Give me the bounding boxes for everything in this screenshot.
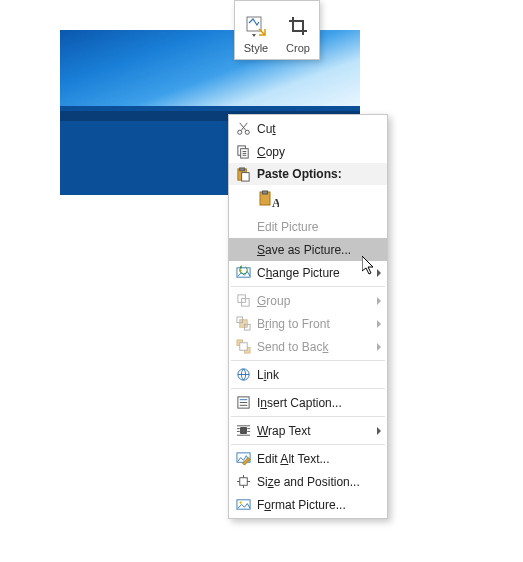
menu-send-to-back: Send to Back [229,335,387,358]
menu-group: Group [229,289,387,312]
paste-options-row: A [229,185,387,215]
svg-rect-37 [239,478,247,486]
paste-keep-text-only[interactable]: A [257,188,281,212]
menu-group-label: Group [257,294,373,308]
menu-paste-options-label: Paste Options: [257,167,381,181]
chevron-right-icon [377,269,381,277]
svg-point-43 [239,502,241,504]
menu-change-picture[interactable]: Change Picture [229,261,387,284]
menu-bring-to-front: Bring to Front [229,312,387,335]
menu-wrap-text[interactable]: Wrap Text [229,419,387,442]
menu-separator [231,388,385,389]
group-icon [229,293,257,308]
menu-copy-label: Copy [257,145,381,159]
crop-label: Crop [286,42,310,54]
bring-to-front-icon [229,316,257,331]
menu-insert-caption-label: Insert Caption... [257,396,381,410]
svg-rect-9 [239,167,244,170]
svg-rect-12 [263,191,268,194]
menu-insert-caption[interactable]: Insert Caption... [229,391,387,414]
mini-toolbar: Style Crop [234,0,320,60]
menu-separator [231,444,385,445]
menu-link[interactable]: Link [229,363,387,386]
menu-paste-options-header: Paste Options: [229,163,387,185]
menu-save-as-picture-label: Save as Picture... [257,243,381,257]
menu-copy[interactable]: Copy [229,140,387,163]
change-picture-icon [229,265,257,280]
chevron-right-icon [377,343,381,351]
menu-separator [231,360,385,361]
copy-icon [229,144,257,159]
menu-save-as-picture[interactable]: Save as Picture... [229,238,387,261]
menu-cut-label: Cut [257,122,381,136]
svg-rect-10 [241,172,249,180]
chevron-right-icon [377,297,381,305]
format-picture-icon [229,497,257,512]
svg-point-2 [245,130,249,134]
link-icon [229,367,257,382]
svg-rect-29 [240,428,246,434]
svg-rect-0 [247,17,261,31]
menu-edit-picture: Edit Picture [229,215,387,238]
menu-size-position-label: Size and Position... [257,475,381,489]
svg-text:A: A [272,196,279,210]
menu-format-picture[interactable]: Format Picture... [229,493,387,516]
menu-send-to-back-label: Send to Back [257,340,373,354]
menu-separator [231,416,385,417]
wrap-text-icon [229,423,257,438]
cut-icon [229,121,257,136]
menu-edit-picture-label: Edit Picture [257,220,381,234]
menu-bring-to-front-label: Bring to Front [257,317,373,331]
menu-separator [231,286,385,287]
paste-icon [229,167,257,182]
svg-point-1 [237,130,241,134]
style-dropdown[interactable]: Style [235,1,277,59]
menu-change-picture-label: Change Picture [257,266,373,280]
menu-size-and-position[interactable]: Size and Position... [229,470,387,493]
menu-edit-alt-text-label: Edit Alt Text... [257,452,381,466]
style-icon [244,14,268,38]
svg-rect-18 [239,320,247,328]
context-menu: Cut Copy Paste Options: A Edit Picture S… [228,114,388,519]
menu-cut[interactable]: Cut [229,117,387,140]
edit-alt-text-icon [229,451,257,466]
style-label: Style [244,42,268,54]
crop-button[interactable]: Crop [277,1,319,59]
chevron-right-icon [377,320,381,328]
send-to-back-icon [229,339,257,354]
insert-caption-icon [229,395,257,410]
menu-link-label: Link [257,368,381,382]
chevron-right-icon [377,427,381,435]
crop-icon [286,14,310,38]
menu-wrap-text-label: Wrap Text [257,424,373,438]
svg-rect-23 [239,343,247,351]
menu-edit-alt-text[interactable]: Edit Alt Text... [229,447,387,470]
menu-format-picture-label: Format Picture... [257,498,381,512]
size-position-icon [229,474,257,489]
